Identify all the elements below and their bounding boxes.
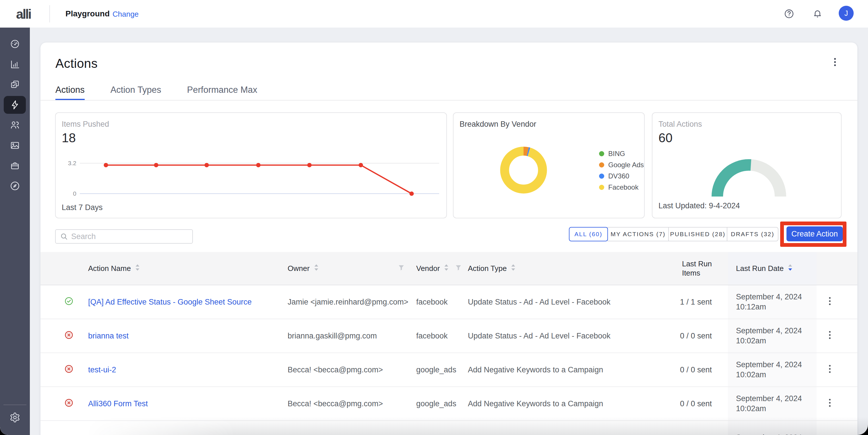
- cell-menu: [817, 421, 857, 435]
- cell-last-run-items: 1 / 1 sent: [651, 285, 728, 319]
- action-link[interactable]: test-ui-2: [88, 366, 116, 374]
- cell-last-run-date: September 4, 202410:12am: [728, 285, 817, 319]
- cell-status: [40, 285, 79, 319]
- sidebar-item-settings[interactable]: [0, 409, 30, 426]
- sidebar-item-analytics[interactable]: [0, 56, 30, 72]
- table-row: brianna testbrianna.gaskill@pmg.comfaceb…: [40, 319, 857, 353]
- tabs-divider: [40, 100, 857, 100]
- total-actions-value: 60: [658, 131, 673, 145]
- legend-item: BING: [599, 148, 651, 159]
- cell-menu: [817, 319, 857, 352]
- sidebar-item-creative[interactable]: [0, 137, 30, 153]
- cell-last-run-items: 0 / 0 sent: [651, 353, 728, 386]
- alli-logo[interactable]: alli: [16, 6, 31, 22]
- filter-my-actions-7-[interactable]: MY ACTIONS (7): [608, 227, 669, 241]
- sidebar-item-shopping[interactable]: [0, 158, 30, 174]
- sort-icon[interactable]: [444, 264, 449, 273]
- cell-action-type: [465, 421, 651, 435]
- cell-owner: Becca! <becca@pmg.com>: [282, 353, 410, 386]
- header-last-run-date[interactable]: Last Run Date: [728, 252, 817, 285]
- lightning-icon: [9, 99, 20, 110]
- legend-label: BING: [608, 150, 625, 158]
- sort-icon[interactable]: [510, 264, 516, 273]
- page-menu-kebab-icon[interactable]: [831, 56, 839, 68]
- status-error-icon: [64, 398, 74, 410]
- filter-all-60-[interactable]: ALL (60): [569, 227, 608, 241]
- total-actions-footer: Last Updated: 9-4-2024: [658, 201, 740, 210]
- header-action-type[interactable]: Action Type: [465, 252, 651, 285]
- tab-actions[interactable]: Actions: [55, 85, 85, 100]
- cell-last-run-date: September 4, 2024: [728, 421, 817, 435]
- tab-action-types[interactable]: Action Types: [111, 85, 161, 100]
- sidebar-item-dashboard[interactable]: [0, 36, 30, 52]
- people-icon: [9, 119, 20, 130]
- cell-action-type: Update Status - Ad - Ad Level - Facebook: [465, 319, 651, 352]
- cell-action-name: [QA] Ad Effective Status - Google Sheet …: [79, 285, 282, 319]
- legend-dot: [599, 151, 604, 156]
- cell-vendor: [410, 421, 465, 435]
- bell-icon[interactable]: [812, 9, 823, 19]
- legend-item: DV360: [599, 170, 651, 181]
- legend-dot: [599, 162, 604, 168]
- cell-vendor: facebook: [410, 319, 465, 352]
- search-icon: [60, 233, 68, 240]
- header-owner[interactable]: Owner: [282, 252, 410, 285]
- table-header: Action Name Owner Vendor Action Type Las…: [40, 252, 857, 285]
- help-icon[interactable]: [784, 9, 794, 19]
- row-kebab-icon[interactable]: [829, 297, 831, 308]
- total-actions-gauge: [686, 113, 812, 202]
- header-actions-menu: [817, 252, 857, 285]
- change-workspace-link[interactable]: Change: [113, 10, 138, 19]
- table-row: [QA] Ad Effective Status - Google Sheet …: [40, 285, 857, 319]
- search-box: [55, 229, 193, 244]
- legend-label: DV360: [608, 172, 629, 180]
- action-link[interactable]: [QA] Ad Effective Status - Google Sheet …: [88, 298, 252, 307]
- sidebar-item-explore[interactable]: [0, 178, 30, 194]
- cell-action-type: Add Negative Keywords to a Campaign: [465, 387, 651, 420]
- sidebar-item-tasks[interactable]: [0, 77, 30, 92]
- cell-menu: [817, 353, 857, 386]
- top-bar: alli Playground Change J: [0, 0, 868, 28]
- briefcase-icon: [10, 161, 20, 171]
- action-link[interactable]: brianna test: [88, 331, 129, 341]
- vendor-legend: BINGGoogle AdsDV360Facebook: [599, 148, 651, 193]
- row-kebab-icon[interactable]: [829, 365, 831, 375]
- filter-funnel-icon[interactable]: [398, 264, 404, 273]
- filter-group: ALL (60)MY ACTIONS (7)PUBLISHED (28)DRAF…: [569, 227, 778, 241]
- search-input[interactable]: [71, 232, 188, 241]
- action-link[interactable]: Alli360 Form Test: [88, 399, 148, 408]
- header-vendor[interactable]: Vendor: [410, 252, 465, 285]
- sort-icon[interactable]: [314, 264, 319, 273]
- filter-funnel-icon[interactable]: [455, 264, 462, 273]
- filter-drafts-32-[interactable]: DRAFTS (32): [727, 227, 778, 241]
- tab-performance-max[interactable]: Performance Max: [187, 85, 257, 100]
- sidebar-divider: [3, 405, 26, 405]
- cell-owner: brianna.gaskill@pmg.com: [282, 319, 410, 352]
- legend-label: Facebook: [608, 183, 639, 191]
- sidebar-item-actions[interactable]: [4, 96, 26, 114]
- cell-last-run-items: [651, 421, 728, 435]
- sidebar-item-audiences[interactable]: [0, 117, 30, 133]
- cell-status: [40, 353, 79, 386]
- row-kebab-icon[interactable]: [829, 331, 831, 341]
- row-kebab-icon[interactable]: [829, 399, 831, 409]
- cell-action-name: [79, 421, 282, 435]
- legend-dot: [599, 185, 604, 190]
- app-window: alli Playground Change J Actions Actions…: [0, 0, 868, 435]
- cell-action-name: Alli360 Form Test: [79, 387, 282, 420]
- header-action-name[interactable]: Action Name: [79, 252, 282, 285]
- sort-icon[interactable]: [135, 264, 140, 273]
- filter-published-28-[interactable]: PUBLISHED (28): [668, 227, 727, 241]
- avatar[interactable]: J: [839, 6, 854, 21]
- sort-icon-active[interactable]: [787, 264, 793, 273]
- table-row: September 4, 2024: [40, 421, 857, 435]
- workspace-name: Playground: [65, 9, 110, 19]
- svg-text:3.2: 3.2: [68, 160, 76, 166]
- tabs: ActionsAction TypesPerformance Max: [55, 85, 257, 100]
- vendor-donut-chart: [475, 121, 572, 221]
- cell-last-run-date: September 4, 202410:02am: [728, 353, 817, 386]
- items-pushed-line-chart: 3.2 0: [56, 113, 447, 221]
- image-icon: [10, 140, 20, 150]
- header-status: [40, 252, 79, 285]
- cell-last-run-items: 0 / 0 sent: [651, 319, 728, 352]
